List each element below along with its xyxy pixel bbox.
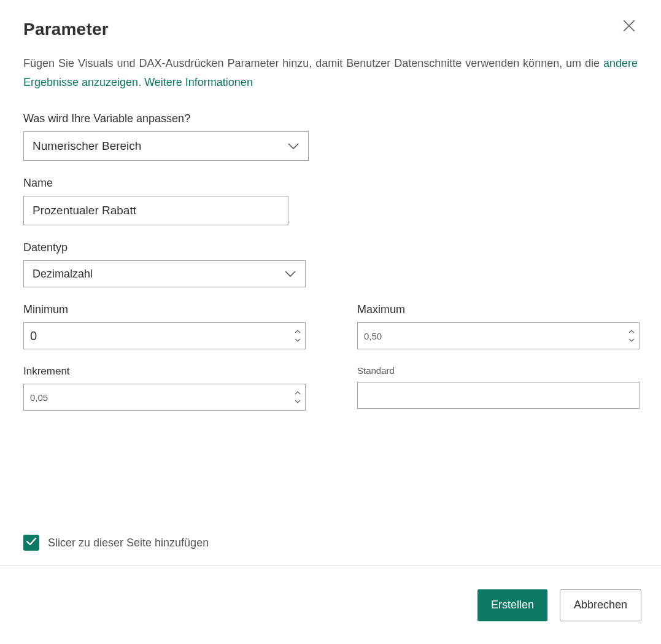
default-label: Standard bbox=[357, 365, 640, 376]
spinner-down-icon[interactable] bbox=[293, 336, 303, 344]
datatype-label: Datentyp bbox=[23, 241, 638, 254]
name-label: Name bbox=[23, 177, 638, 190]
chevron-down-icon bbox=[284, 270, 296, 277]
spinner-up-icon[interactable] bbox=[293, 328, 303, 335]
intro-text: Fügen Sie Visuals und DAX-Ausdrücken Par… bbox=[23, 57, 603, 69]
spinner-down-icon[interactable] bbox=[627, 336, 636, 344]
parameter-dialog: Parameter Fügen Sie Visuals und DAX-Ausd… bbox=[0, 0, 661, 644]
spinner-up-icon[interactable] bbox=[293, 389, 303, 397]
dialog-footer: Erstellen Abbrechen bbox=[0, 565, 661, 644]
dialog-intro: Fügen Sie Visuals und DAX-Ausdrücken Par… bbox=[23, 54, 638, 91]
chevron-down-icon bbox=[287, 142, 300, 150]
name-input[interactable] bbox=[23, 196, 288, 225]
adjust-label: Was wird Ihre Variable anpassen? bbox=[23, 112, 638, 125]
spinner-up-icon[interactable] bbox=[627, 328, 636, 335]
minimum-input[interactable] bbox=[24, 323, 290, 349]
add-slicer-checkbox[interactable] bbox=[23, 535, 39, 551]
adjust-select[interactable]: Numerischer Bereich bbox=[23, 131, 309, 161]
increment-input[interactable] bbox=[24, 384, 290, 410]
maximum-label: Maximum bbox=[357, 303, 640, 316]
default-input[interactable] bbox=[357, 382, 640, 409]
spinner-down-icon[interactable] bbox=[293, 398, 303, 405]
dialog-title: Parameter bbox=[23, 20, 638, 39]
maximum-spinner[interactable] bbox=[357, 322, 640, 349]
minimum-label: Minimum bbox=[23, 303, 306, 316]
checkmark-icon bbox=[26, 537, 37, 548]
datatype-select-value: Dezimalzahl bbox=[33, 268, 93, 281]
create-button[interactable]: Erstellen bbox=[477, 589, 547, 621]
maximum-input[interactable] bbox=[358, 323, 624, 349]
datatype-select[interactable]: Dezimalzahl bbox=[23, 260, 306, 287]
close-icon bbox=[623, 23, 635, 34]
increment-spinner[interactable] bbox=[23, 384, 306, 411]
adjust-select-value: Numerischer Bereich bbox=[33, 139, 141, 153]
add-slicer-label: Slicer zu dieser Seite hinzufügen bbox=[48, 537, 209, 549]
increment-label: Inkrement bbox=[23, 365, 306, 378]
cancel-button[interactable]: Abbrechen bbox=[560, 589, 641, 621]
close-button[interactable] bbox=[623, 20, 635, 34]
minimum-spinner[interactable] bbox=[23, 322, 306, 349]
